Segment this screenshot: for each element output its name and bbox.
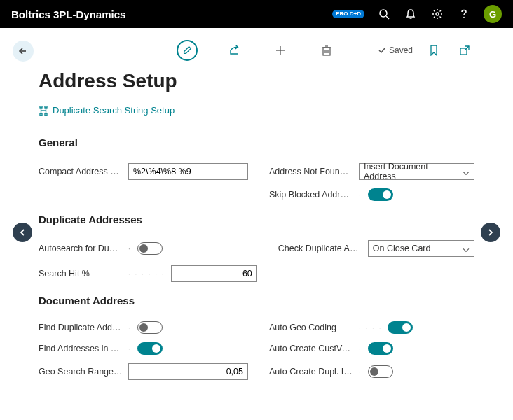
svg-line-1: [386, 16, 389, 19]
svg-rect-17: [45, 106, 47, 108]
page-body: Saved Address Setup Duplicate Search Str…: [0, 28, 513, 380]
check-duplicate-select[interactable]: On Close Card: [368, 240, 474, 257]
check-duplicate-label: Check Duplicate Ad…: [278, 244, 362, 253]
notifications-icon[interactable]: [404, 7, 418, 21]
prev-record-button[interactable]: [13, 223, 32, 242]
toolbar: Saved: [39, 35, 474, 66]
svg-rect-19: [45, 113, 47, 115]
saved-label: Saved: [389, 46, 413, 55]
autosearch-label: Autosearch for Dupl…: [39, 244, 123, 253]
svg-rect-16: [40, 106, 42, 108]
help-icon[interactable]: [457, 7, 471, 21]
new-button[interactable]: [271, 41, 290, 60]
app-title: Boltrics 3PL-Dynamics: [11, 8, 125, 20]
topbar: Boltrics 3PL-Dynamics PRO D+D G: [0, 0, 513, 28]
skip-blocked-toggle[interactable]: [368, 188, 393, 201]
autosearch-toggle[interactable]: [137, 242, 163, 255]
page-title: Address Setup: [39, 70, 474, 92]
geo-range-input[interactable]: [128, 363, 248, 380]
skip-blocked-label: Skip Blocked Addre…: [269, 190, 353, 200]
share-button[interactable]: [224, 41, 244, 60]
saved-status: Saved: [378, 46, 413, 55]
section-duplicates: Duplicate Addresses Autosearch for Dupl……: [39, 214, 474, 282]
chevron-down-icon: [463, 244, 470, 254]
popout-icon[interactable]: [455, 41, 474, 60]
auto-geo-label: Auto Geo Coding: [269, 323, 353, 332]
compact-address-format-label: Compact Address F…: [39, 167, 123, 176]
auto-cust-label: Auto Create CustVe…: [269, 344, 353, 354]
svg-point-3: [436, 13, 439, 15]
auto-cust-toggle[interactable]: [368, 342, 393, 355]
find-duplicate-toggle[interactable]: [137, 321, 163, 334]
bookmark-icon[interactable]: [424, 41, 444, 60]
action-link-label: Duplicate Search String Setup: [53, 105, 175, 115]
search-icon[interactable]: [377, 7, 391, 21]
next-record-button[interactable]: [481, 223, 500, 242]
address-not-found-label: Address Not Found …: [269, 167, 353, 176]
geo-range-label: Geo Search Range (…: [39, 367, 123, 377]
check-duplicate-value: On Close Card: [373, 244, 431, 253]
chevron-down-icon: [463, 167, 470, 177]
find-dup-label: Find Duplicate Addr…: [39, 323, 123, 332]
svg-rect-18: [40, 113, 42, 115]
gear-icon[interactable]: [430, 7, 444, 21]
duplicate-search-string-setup-link[interactable]: Duplicate Search String Setup: [39, 105, 474, 124]
find-geo-toggle[interactable]: [137, 342, 163, 355]
section-duplicates-header[interactable]: Duplicate Addresses: [39, 214, 474, 230]
section-general-header[interactable]: General: [39, 136, 474, 153]
compact-address-format-input[interactable]: [128, 163, 248, 180]
auto-dupl-label: Auto Create Dupl. In…: [269, 367, 353, 377]
section-document: Document Address Find Duplicate Addr… · …: [39, 295, 474, 380]
auto-geo-toggle[interactable]: [388, 321, 413, 334]
svg-point-0: [380, 10, 387, 17]
search-hit-input[interactable]: [171, 265, 257, 282]
auto-dupl-toggle[interactable]: [368, 365, 393, 378]
delete-button[interactable]: [317, 41, 336, 60]
pro-badge[interactable]: PRO D+D: [332, 10, 364, 18]
edit-button[interactable]: [177, 40, 198, 61]
section-document-header[interactable]: Document Address: [39, 295, 474, 312]
avatar[interactable]: G: [484, 5, 502, 23]
address-not-found-select[interactable]: Insert Document Address: [359, 163, 474, 180]
search-hit-label: Search Hit %: [39, 269, 123, 279]
address-not-found-value: Insert Document Address: [364, 162, 460, 181]
find-geo-label: Find Addresses in G…: [39, 344, 123, 354]
svg-point-4: [463, 17, 465, 18]
section-general: General Compact Address F… Address Not F…: [39, 136, 474, 201]
back-button[interactable]: [13, 41, 34, 62]
topbar-actions: PRO D+D G: [332, 5, 502, 23]
